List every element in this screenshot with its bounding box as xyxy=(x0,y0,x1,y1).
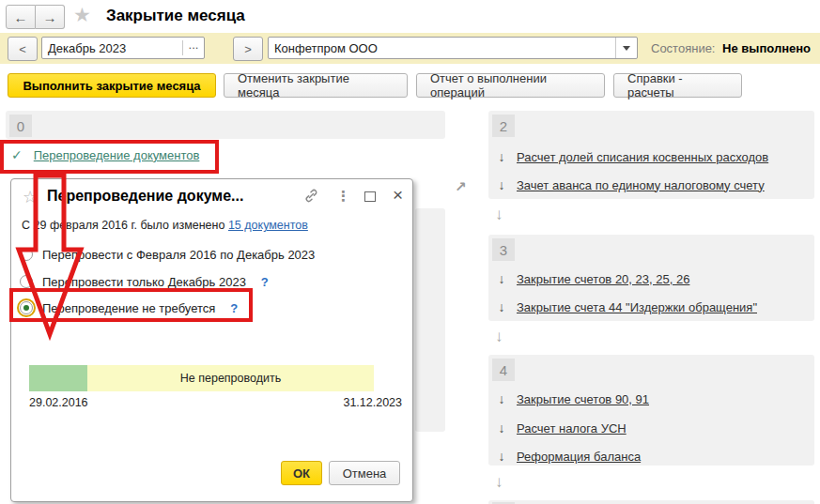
operation-link[interactable]: Расчет долей списания косвенных расходов xyxy=(517,150,768,164)
maximize-icon[interactable] xyxy=(364,191,376,202)
stage-2-block: 2 ↓ Расчет долей списания косвенных расх… xyxy=(488,111,814,199)
radio-label: Перепроведение не требуется xyxy=(42,301,215,315)
next-period-button[interactable]: > xyxy=(233,37,263,61)
operation-link[interactable]: Зачет аванса по единому налоговому счету xyxy=(517,178,765,192)
stage-1-block-sliver xyxy=(415,208,445,432)
range-end-date: 31.12.2023 xyxy=(343,396,402,409)
check-icon: ✓ xyxy=(11,147,23,162)
run-closing-button[interactable]: Выполнить закрытие месяца xyxy=(8,73,216,98)
flow-down-icon: ↓ xyxy=(495,206,503,224)
item-arrow-icon: ↓ xyxy=(494,391,509,406)
stage-2-number: 2 xyxy=(492,115,515,137)
dropdown-icon xyxy=(623,46,630,51)
range-start-date: 29.02.2016 xyxy=(29,396,88,409)
company-select[interactable]: Конфетпром ООО xyxy=(268,37,638,59)
help-icon[interactable]: ? xyxy=(261,275,269,289)
radio-label: Перепровести только Декабрь 2023 xyxy=(42,275,246,289)
back-icon: ← xyxy=(14,9,28,25)
favorite-star-icon[interactable]: ★ xyxy=(73,4,91,26)
forward-button[interactable]: → xyxy=(36,5,65,29)
stage-3-number: 3 xyxy=(492,238,515,261)
stage-0-block: 0 xyxy=(6,111,445,139)
reposting-dialog: ☆ Перепроведение докуме... ⋮ × С 29 февр… xyxy=(10,178,413,502)
operation-link[interactable]: Расчет налога УСН xyxy=(517,421,627,435)
changed-documents-link[interactable]: 15 документов xyxy=(228,219,308,232)
operation-row: ↓ Закрытие счетов 90, 91 xyxy=(494,390,649,407)
stage-3-block: 3 ↓ Закрытие счетов 20, 23, 25, 26 ↓ Зак… xyxy=(488,235,814,321)
radio-option-month-only[interactable]: Перепровести только Декабрь 2023 ? xyxy=(20,273,269,290)
operation-row: ↓ Закрытие счетов 20, 23, 25, 26 xyxy=(494,270,689,287)
ok-button[interactable]: ОК xyxy=(281,461,322,485)
status-label: Состояние: xyxy=(651,41,715,55)
reposting-documents-link[interactable]: Перепроведение документов xyxy=(34,148,200,162)
flow-diagonal-icon: ↗ xyxy=(455,178,467,195)
stage-0-number: 0 xyxy=(9,115,32,137)
info-text: С 29 февраля 2016 г. было изменено xyxy=(22,219,224,232)
stage-5-block-sliver xyxy=(488,500,814,504)
link-icon[interactable] xyxy=(304,189,318,206)
period-value: Декабрь 2023 xyxy=(42,41,182,55)
company-value: Конфетпром ООО xyxy=(269,41,615,55)
item-arrow-icon: ↓ xyxy=(494,149,509,164)
status: Состояние: Не выполнено xyxy=(651,41,811,55)
reposting-operation-row: ✓ Перепроведение документов xyxy=(11,146,199,163)
radio-icon[interactable] xyxy=(20,275,33,288)
reposting-range-bar: Не перепроводить xyxy=(29,365,374,391)
changed-documents-info: С 29 февраля 2016 г. было изменено 15 до… xyxy=(22,219,308,232)
back-button[interactable]: ← xyxy=(6,5,36,29)
close-icon[interactable]: × xyxy=(393,185,403,206)
radio-icon-selected[interactable] xyxy=(20,301,33,314)
operation-link[interactable]: Реформация баланса xyxy=(517,450,641,464)
item-arrow-icon: ↓ xyxy=(494,449,509,464)
operations-report-button[interactable]: Отчет о выполнении операций xyxy=(416,73,605,98)
history-nav: ← → xyxy=(6,5,65,29)
range-dates: 29.02.2016 31.12.2023 xyxy=(29,396,402,409)
month-closing-window: ← → ★ Закрытие месяца < Декабрь 2023 ...… xyxy=(0,0,820,504)
radio-icon[interactable] xyxy=(20,248,33,261)
item-arrow-icon: ↓ xyxy=(494,420,509,435)
page-title: Закрытие месяца xyxy=(106,7,245,25)
prev-icon: < xyxy=(19,42,26,56)
operation-row: ↓ Закрытие счета 44 "Издержки обращения" xyxy=(494,298,757,315)
cancel-closing-button[interactable]: Отменить закрытие месяца xyxy=(224,73,408,98)
posted-range-segment xyxy=(29,365,87,391)
stage-4-block: 4 ↓ Закрытие счетов 90, 91 ↓ Расчет нало… xyxy=(488,355,814,466)
operation-link[interactable]: Закрытие счетов 90, 91 xyxy=(517,392,649,406)
skip-range-segment: Не перепроводить xyxy=(87,365,374,391)
operation-link[interactable]: Закрытие счета 44 "Издержки обращения" xyxy=(517,300,757,314)
item-arrow-icon: ↓ xyxy=(494,299,509,314)
references-button[interactable]: Справки - расчеты xyxy=(613,73,742,98)
stage-4-number: 4 xyxy=(492,359,515,381)
radio-option-full-reposting[interactable]: Перепровести с Февраля 2016 по Декабрь 2… xyxy=(20,246,315,263)
item-arrow-icon: ↓ xyxy=(494,177,509,192)
company-dropdown-button[interactable] xyxy=(615,38,637,58)
flow-down-icon: ↓ xyxy=(495,328,503,346)
dialog-cancel-button[interactable]: Отмена xyxy=(329,461,400,485)
operation-row: ↓ Зачет аванса по единому налоговому сче… xyxy=(494,176,765,193)
item-arrow-icon: ↓ xyxy=(494,271,509,286)
period-picker-button[interactable]: ... xyxy=(182,40,204,55)
flow-down-icon: ↓ xyxy=(495,473,503,492)
period-field[interactable]: Декабрь 2023 ... xyxy=(41,37,205,59)
next-icon: > xyxy=(244,42,252,56)
radio-option-not-required[interactable]: Перепроведение не требуется ? xyxy=(20,299,238,316)
operation-row: ↓ Реформация баланса xyxy=(494,448,641,465)
radio-label: Перепровести с Февраля 2016 по Декабрь 2… xyxy=(42,248,315,262)
status-value: Не выполнено xyxy=(722,41,811,55)
forward-icon: → xyxy=(43,9,57,25)
dialog-star-icon[interactable]: ☆ xyxy=(23,187,38,207)
previous-period-button[interactable]: < xyxy=(8,37,38,61)
help-icon[interactable]: ? xyxy=(230,301,238,315)
operation-row: ↓ Расчет налога УСН xyxy=(494,420,627,436)
dialog-title: Перепроведение докуме... xyxy=(47,188,243,205)
more-icon[interactable]: ⋮ xyxy=(336,188,350,205)
range-bar-label: Не перепроводить xyxy=(180,372,281,385)
operation-row: ↓ Расчет долей списания косвенных расход… xyxy=(494,148,768,165)
operation-link[interactable]: Закрытие счетов 20, 23, 25, 26 xyxy=(517,272,689,286)
